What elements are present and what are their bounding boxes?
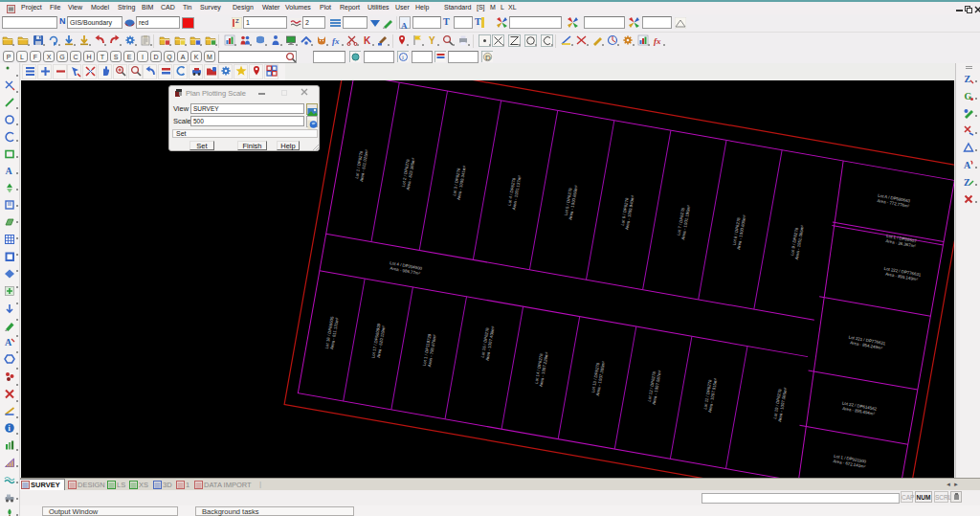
svg-text:K: K (364, 35, 371, 46)
svg-text:D: D (485, 54, 491, 62)
svg-text:Y: Y (429, 35, 435, 46)
svg-text:Z: Z (235, 18, 239, 24)
svg-text:fx: fx (654, 36, 661, 46)
svg-text:i: i (402, 54, 404, 61)
svg-text:Z: Z (965, 74, 971, 84)
svg-text:A: A (5, 337, 12, 348)
svg-text:A: A (401, 21, 408, 31)
svg-text:A: A (6, 166, 13, 176)
svg-text:A: A (964, 160, 971, 170)
svg-text:fx: fx (332, 36, 340, 46)
svg-text:Z: Z (964, 177, 970, 188)
